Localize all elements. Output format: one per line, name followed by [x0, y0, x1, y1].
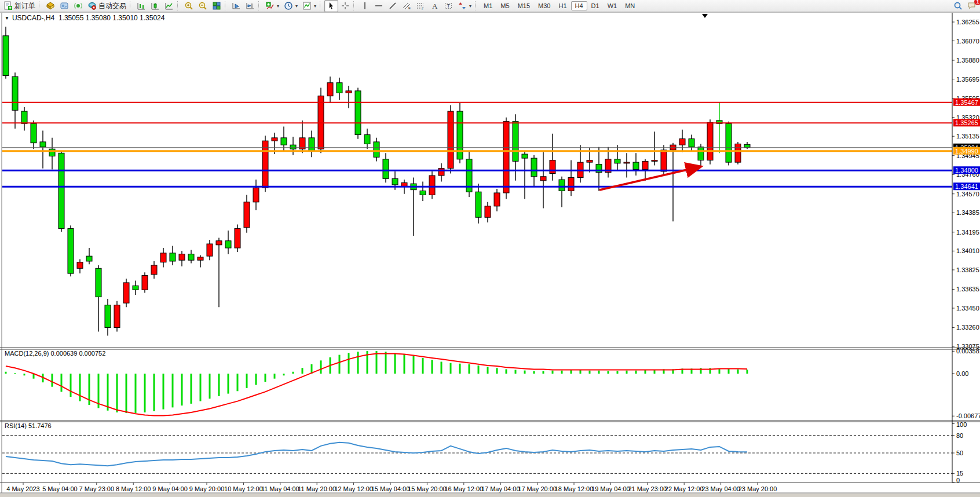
dropdown-arrow-icon: ▾: [469, 3, 471, 9]
zoom-in-icon: [184, 1, 193, 10]
svg-text:1.35135: 1.35135: [956, 133, 979, 140]
trendline-icon: [388, 1, 397, 10]
candlestick-button[interactable]: [148, 0, 162, 12]
templates-icon: [302, 1, 312, 10]
indicators-button[interactable]: ▾: [263, 0, 281, 12]
chart-canvas[interactable]: 1.362551.360701.358801.356951.355051.353…: [0, 0, 980, 497]
svg-text:18 May 12:00: 18 May 12:00: [555, 485, 594, 492]
timeframe-H1-button[interactable]: H1: [554, 1, 571, 10]
svg-text:5 May 04:00: 5 May 04:00: [42, 485, 78, 492]
vline-icon: [360, 1, 370, 10]
chart-shift-icon: [246, 1, 255, 10]
svg-text:50: 50: [956, 450, 963, 456]
svg-text:22 May 12:00: 22 May 12:00: [665, 485, 704, 492]
search-button[interactable]: [951, 0, 965, 12]
dropdown-arrow-icon: ▾: [314, 3, 316, 9]
navigator-button[interactable]: [57, 0, 71, 12]
svg-text:1.34195: 1.34195: [956, 229, 979, 236]
label-button[interactable]: T: [441, 0, 455, 12]
market-watch-button[interactable]: [43, 0, 57, 12]
fibonacci-button[interactable]: F: [414, 0, 427, 12]
zoom-in-button[interactable]: [182, 0, 196, 12]
indicators-icon: [265, 1, 275, 10]
svg-text:11 May 04:00: 11 May 04:00: [261, 485, 299, 492]
svg-text:1.36070: 1.36070: [956, 38, 979, 45]
tile-windows-button[interactable]: [210, 0, 224, 12]
line-chart-button[interactable]: [162, 0, 176, 12]
rsi-indicator-label: RSI(14) 51.7476: [5, 422, 52, 429]
channel-button[interactable]: E: [400, 0, 414, 12]
auto-trading-icon: [87, 1, 97, 10]
tile-windows-icon: [212, 1, 221, 10]
svg-text:1.34990: 1.34990: [955, 148, 978, 155]
hline-icon: [374, 1, 383, 10]
svg-text:0.003581: 0.003581: [956, 348, 980, 355]
crosshair-button[interactable]: [338, 0, 352, 12]
svg-text:1.33450: 1.33450: [956, 305, 979, 312]
svg-text:1.35467: 1.35467: [955, 99, 978, 106]
hline-button[interactable]: [372, 0, 386, 12]
bar-chart-button[interactable]: [134, 0, 148, 12]
shapes-button[interactable]: ▾: [455, 0, 474, 12]
chart-title: ▼USDCAD-,H4 1.35055 1.35080 1.35010 1.35…: [5, 14, 164, 22]
timeframe-H4-button[interactable]: H4: [571, 1, 587, 10]
svg-text:21 May 23:00: 21 May 23:00: [628, 485, 667, 492]
timeframe-M15-button[interactable]: M15: [514, 1, 534, 10]
new-order-button[interactable]: 新订单: [1, 0, 38, 12]
zoom-out-button[interactable]: [196, 0, 210, 12]
svg-text:1.35265: 1.35265: [955, 119, 978, 126]
auto-trading-label: 自动交易: [98, 1, 126, 11]
svg-text:A: A: [432, 2, 438, 10]
chart-shift-button[interactable]: [243, 0, 257, 12]
timeframe-D1-button[interactable]: D1: [587, 1, 604, 10]
svg-text:11 May 20:00: 11 May 20:00: [298, 485, 336, 492]
toolbar-separator: [130, 1, 133, 10]
auto-scroll-icon: [232, 1, 241, 10]
shapes-icon: [458, 1, 467, 10]
svg-text:15 May 04:00: 15 May 04:00: [371, 485, 410, 492]
templates-button[interactable]: ▾: [300, 0, 319, 12]
signal-icon: [74, 1, 83, 10]
timeframe-W1-button[interactable]: W1: [604, 1, 621, 10]
svg-text:10 May 12:00: 10 May 12:00: [224, 485, 263, 492]
notification-badge: 1: [974, 0, 980, 5]
toolbar-separator: [39, 1, 42, 10]
chevron-down-icon[interactable]: ▼: [5, 16, 9, 21]
svg-text:23 May 20:00: 23 May 20:00: [738, 485, 777, 492]
svg-text:1.34010: 1.34010: [956, 247, 979, 254]
periods-button[interactable]: ▾: [281, 0, 300, 12]
svg-text:1.34570: 1.34570: [956, 191, 979, 198]
fibonacci-icon: F: [416, 1, 425, 10]
timeframe-M5-button[interactable]: M5: [496, 1, 513, 10]
timeframe-MN-button[interactable]: MN: [621, 1, 639, 10]
svg-text:1.35880: 1.35880: [956, 57, 979, 64]
toolbar-separator: [258, 1, 262, 10]
label-icon: T: [444, 1, 453, 10]
text-button[interactable]: A: [427, 0, 441, 12]
svg-text:8 May 12:00: 8 May 12:00: [116, 485, 151, 492]
svg-text:23 May 04:00: 23 May 04:00: [701, 485, 740, 492]
toolbar-separator: [475, 1, 478, 10]
auto-scroll-button[interactable]: [229, 0, 243, 12]
svg-text:16 May 12:00: 16 May 12:00: [444, 485, 483, 492]
svg-text:80: 80: [956, 432, 963, 439]
main-toolbar: 新订单自动交易▾▾▾EFAT▾M1M5M15M30H1H4D1W1MN1: [0, 0, 980, 12]
toolbar-separator: [353, 1, 357, 10]
zoom-out-icon: [198, 1, 207, 10]
auto-trading-button[interactable]: 自动交易: [85, 0, 129, 12]
trendline-button[interactable]: [386, 0, 400, 12]
cursor-button[interactable]: [324, 0, 338, 12]
signal-button[interactable]: [71, 0, 85, 12]
svg-text:F: F: [422, 7, 424, 10]
timeframe-M1-button[interactable]: M1: [480, 1, 496, 10]
timeframe-M30-button[interactable]: M30: [534, 1, 554, 10]
svg-text:1.34641: 1.34641: [955, 183, 978, 190]
vline-button[interactable]: [358, 0, 372, 12]
periods-icon: [284, 1, 293, 10]
search-icon: [953, 1, 963, 10]
svg-text:9 May 04:00: 9 May 04:00: [152, 485, 188, 492]
candlestick-icon: [151, 1, 160, 10]
dropdown-arrow-icon: ▾: [277, 3, 279, 9]
notifications-button[interactable]: 1: [965, 0, 979, 12]
toolbar-separator: [177, 1, 181, 10]
